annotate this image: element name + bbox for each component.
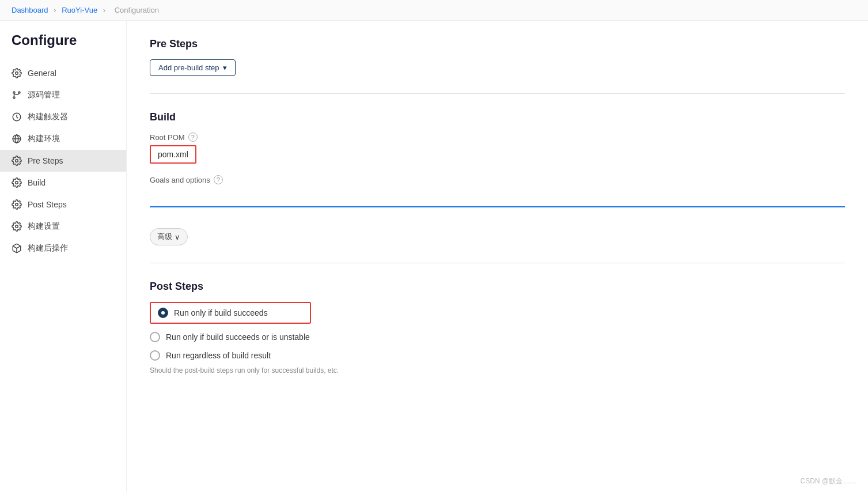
divider-2 xyxy=(150,263,845,263)
sidebar-item-general-label: General xyxy=(28,69,56,78)
radio-only-build-option[interactable]: Run only if build succeeds xyxy=(150,302,311,324)
sidebar-item-settings[interactable]: 构建设置 xyxy=(0,215,126,237)
sidebar-item-build-label: Build xyxy=(28,178,46,187)
sidebar: Configure General 源码管理 xyxy=(0,21,127,492)
cube-icon xyxy=(12,243,22,253)
goals-input[interactable] xyxy=(150,188,845,206)
root-pom-value: pom.xml xyxy=(150,145,196,164)
branch-icon xyxy=(12,90,22,100)
sidebar-item-postbuild-label: 构建后操作 xyxy=(28,243,68,253)
add-pre-build-step-button[interactable]: Add pre-build step ▾ xyxy=(150,59,236,76)
build-gear-icon xyxy=(12,177,22,188)
root-pom-field-group: Root POM ? pom.xml xyxy=(150,133,845,164)
sidebar-item-poststeps-label: Post Steps xyxy=(28,200,67,209)
goals-field-group: Goals and options ? xyxy=(150,175,845,207)
divider-1 xyxy=(150,93,845,94)
radio-regardless-option[interactable]: Run regardless of build result xyxy=(150,350,845,361)
settings-gear-icon xyxy=(12,221,22,232)
post-steps-radio-group: Run only if build succeeds Run only if b… xyxy=(150,302,845,361)
svg-point-1 xyxy=(13,92,15,93)
sidebar-item-general[interactable]: General xyxy=(0,62,126,84)
globe-icon xyxy=(12,134,22,144)
svg-point-6 xyxy=(16,160,18,162)
sidebar-item-source-label: 源码管理 xyxy=(28,90,60,100)
radio-only-build-indicator xyxy=(158,308,168,318)
dropdown-arrow-icon: ▾ xyxy=(223,63,227,72)
svg-point-8 xyxy=(16,203,18,206)
build-title: Build xyxy=(150,111,845,123)
svg-point-7 xyxy=(16,181,18,184)
sidebar-item-build[interactable]: Build xyxy=(0,172,126,194)
sidebar-item-trigger[interactable]: 构建触发器 xyxy=(0,106,126,128)
goals-label: Goals and options ? xyxy=(150,175,845,184)
sidebar-item-presteps[interactable]: Pre Steps xyxy=(0,150,126,172)
svg-point-9 xyxy=(16,225,18,228)
presteps-gear-icon xyxy=(12,156,22,166)
sidebar-item-env-label: 构建环境 xyxy=(28,134,60,144)
sidebar-item-postbuild[interactable]: 构建后操作 xyxy=(0,237,126,259)
add-pre-build-label: Add pre-build step xyxy=(158,63,219,72)
clock-icon xyxy=(12,112,22,122)
sidebar-item-poststeps[interactable]: Post Steps xyxy=(0,194,126,215)
main-content: Pre Steps Add pre-build step ▾ Build Roo… xyxy=(127,21,868,492)
breadcrumb-dashboard[interactable]: Dashboard xyxy=(12,6,48,14)
sidebar-item-source[interactable]: 源码管理 xyxy=(0,84,126,106)
poststeps-gear-icon xyxy=(12,199,22,210)
sidebar-item-trigger-label: 构建触发器 xyxy=(28,112,68,122)
advanced-label: 高级 xyxy=(157,232,172,242)
pre-steps-section: Pre Steps Add pre-build step ▾ xyxy=(150,38,845,76)
radio-build-or-unstable-indicator xyxy=(150,332,160,342)
radio-regardless-indicator xyxy=(150,350,160,361)
post-steps-section: Post Steps Run only if build succeeds Ru… xyxy=(150,281,845,374)
radio-build-or-unstable-option[interactable]: Run only if build succeeds or is unstabl… xyxy=(150,332,845,342)
root-pom-help-icon[interactable]: ? xyxy=(188,133,198,142)
build-section: Build Root POM ? pom.xml Goals and optio… xyxy=(150,111,845,245)
watermark: CSDN @默金…… xyxy=(800,476,856,486)
sidebar-item-presteps-label: Pre Steps xyxy=(28,156,63,165)
root-pom-label: Root POM ? xyxy=(150,133,845,142)
sidebar-item-settings-label: 构建设置 xyxy=(28,221,60,232)
svg-point-0 xyxy=(16,72,18,75)
radio-only-build-label: Run only if build succeeds xyxy=(174,308,268,317)
radio-build-or-unstable-label: Run only if build succeeds or is unstabl… xyxy=(166,332,310,342)
gear-icon xyxy=(12,68,22,78)
post-steps-title: Post Steps xyxy=(150,281,845,293)
breadcrumb: Dashboard › RuoYi-Vue › Configuration xyxy=(0,0,868,21)
svg-point-2 xyxy=(13,97,15,99)
sidebar-item-env[interactable]: 构建环境 xyxy=(0,128,126,150)
page-title: Configure xyxy=(0,32,126,62)
breadcrumb-ruoyi-vue[interactable]: RuoYi-Vue xyxy=(62,6,97,14)
advanced-chevron-icon: ∨ xyxy=(175,233,180,241)
radio-regardless-label: Run regardless of build result xyxy=(166,351,271,360)
breadcrumb-configuration: Configuration xyxy=(115,6,159,14)
post-steps-hint: Should the post-build steps run only for… xyxy=(150,366,845,374)
goals-input-wrap xyxy=(150,188,845,207)
advanced-button[interactable]: 高级 ∨ xyxy=(150,228,188,245)
pre-steps-title: Pre Steps xyxy=(150,38,845,50)
goals-help-icon[interactable]: ? xyxy=(214,175,223,184)
